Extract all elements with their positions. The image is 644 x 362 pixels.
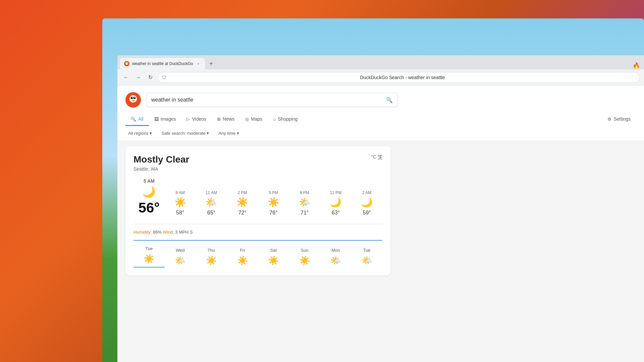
day-item-wed[interactable]: Wed 🌤️ (165, 248, 196, 266)
hour-icon-1: ☀️ (174, 198, 186, 207)
day-icon-2: ☀️ (206, 255, 217, 266)
tab-news[interactable]: ⊞ News (212, 113, 240, 126)
address-bar[interactable]: 🛡 DuckDuckGo Search - weather in seattle (158, 72, 640, 83)
svg-point-5 (127, 63, 127, 63)
day-icon-5: ☀️ (299, 255, 310, 266)
hour-temp-2: 65° (207, 210, 215, 216)
ddg-logo[interactable] (125, 92, 141, 108)
day-item-tue2[interactable]: Tue 🌤️ (351, 248, 382, 266)
new-tab-button[interactable]: + (206, 59, 216, 68)
tab-shopping[interactable]: ⌂ Shopping (268, 113, 303, 126)
tab-news-label: News (223, 116, 234, 122)
hour-icon-7: 🌙 (361, 198, 373, 207)
monitor-bezel: weather in seattle at DuckDuckGo × + 🔥 ←… (102, 18, 644, 362)
tab-bar: weather in seattle at DuckDuckGo × + 🔥 (117, 55, 644, 69)
tab-maps[interactable]: ◎ Maps (240, 113, 268, 126)
news-icon: ⊞ (217, 117, 221, 122)
search-query-text: weather in seattle (151, 97, 383, 103)
tab-videos[interactable]: ▷ Videos (181, 113, 212, 126)
images-icon: 🖼 (154, 117, 159, 122)
day-item-sat[interactable]: Sat ☀️ (258, 248, 289, 266)
weather-location: Seattle, WA (133, 166, 190, 172)
svg-point-10 (132, 97, 133, 98)
weather-condition: Mostly Clear (133, 154, 190, 165)
back-button[interactable]: ← (121, 73, 131, 82)
main-content: Mostly Clear Seattle, WA °C °F 5 AM (117, 141, 644, 362)
browser-toolbar: ← → ↻ 🛡 DuckDuckGo Search - weather in s… (117, 69, 644, 85)
svg-point-8 (131, 97, 133, 99)
hour-temp-7: 59° (363, 210, 371, 216)
time-filter-label: Any time ▾ (218, 131, 239, 136)
weather-details: Humidity: 86% Wind: 3 MPH S (133, 224, 382, 235)
maps-icon: ◎ (245, 117, 249, 122)
all-icon: 🔍 (131, 117, 136, 122)
svg-point-12 (131, 100, 135, 101)
flame-icon: 🔥 (633, 62, 640, 69)
day-icon-1: 🌤️ (175, 255, 185, 266)
search-box[interactable]: weather in seattle 🔍 (146, 93, 398, 107)
hour-icon-5: 🌤️ (299, 198, 311, 207)
day-label-5: Sun (301, 248, 309, 253)
hour-label-6: 11 PM (330, 190, 342, 195)
hour-item-4: 5 PM ☀️ 76° (258, 190, 289, 216)
day-item-tue[interactable]: Tue ☀️ (133, 246, 165, 267)
day-item-fri[interactable]: Fri ☀️ (227, 248, 258, 266)
humidity-label: Humidity: (133, 230, 152, 235)
day-item-mon[interactable]: Mon 🌤️ (320, 248, 352, 266)
hour-temp-5: 71° (301, 210, 309, 216)
unit-fahrenheit[interactable]: °F (378, 154, 382, 160)
tab-images-label: Images (161, 116, 176, 122)
svg-point-11 (135, 97, 136, 98)
day-icon-4: ☀️ (268, 255, 279, 266)
tab-title: weather in seattle at DuckDuckGo (132, 61, 193, 66)
day-item-sun[interactable]: Sun ☀️ (289, 248, 320, 266)
hour-icon-3: ☀️ (236, 198, 248, 207)
hour-icon-6: 🌙 (330, 198, 341, 207)
safe-search-filter[interactable]: Safe search: moderate ▾ (159, 129, 212, 137)
hour-label-4: 5 PM (269, 190, 278, 195)
day-label-1: Wed (176, 248, 185, 253)
tab-settings[interactable]: ⚙ Settings (602, 113, 636, 126)
tab-videos-label: Videos (192, 116, 206, 122)
hour-item-1: 8 AM ☀️ 58° (165, 190, 196, 216)
humidity-value: 86% (153, 230, 162, 235)
hour-icon-0: 🌙 (142, 186, 156, 197)
day-label-7: Tue (363, 248, 371, 253)
videos-icon: ▷ (186, 117, 190, 122)
search-submit-icon[interactable]: 🔍 (386, 97, 393, 103)
hour-item-2: 11 AM 🌤️ 65° (196, 190, 227, 216)
region-filter-label: All regions ▾ (128, 131, 152, 136)
tab-images[interactable]: 🖼 Images (149, 113, 181, 126)
browser-tab[interactable]: weather in seattle at DuckDuckGo × (120, 58, 205, 69)
region-filter[interactable]: All regions ▾ (125, 129, 155, 137)
hour-item-6: 11 PM 🌙 63° (320, 190, 352, 216)
hour-temp-3: 72° (238, 210, 247, 216)
day-icon-0: ☀️ (144, 254, 154, 264)
svg-point-7 (129, 95, 137, 103)
day-label-6: Mon (331, 248, 340, 253)
time-filter[interactable]: Any time ▾ (216, 129, 241, 137)
tab-settings-label: Settings (613, 116, 631, 122)
shopping-icon: ⌂ (273, 117, 276, 122)
hour-temp-0: 56° (139, 200, 160, 216)
wind-label: Wind: (163, 230, 174, 235)
day-icon-3: ☀️ (237, 255, 248, 266)
hour-icon-2: 🌤️ (205, 198, 217, 207)
hour-temp-1: 58° (176, 210, 184, 216)
day-item-thu[interactable]: Thu ☀️ (196, 248, 227, 266)
browser-window: weather in seattle at DuckDuckGo × + 🔥 ←… (117, 55, 644, 362)
tab-close-button[interactable]: × (196, 61, 201, 66)
forward-button[interactable]: → (133, 73, 143, 82)
tab-all-label: All (138, 116, 144, 122)
reload-button[interactable]: ↻ (146, 73, 155, 82)
svg-point-1 (125, 62, 128, 65)
unit-celsius[interactable]: °C (371, 154, 376, 160)
weather-condition-block: Mostly Clear Seattle, WA (133, 154, 190, 172)
search-nav-tabs: 🔍 All 🖼 Images ▷ Videos ⊞ News (125, 113, 636, 126)
day-icon-6: 🌤️ (330, 255, 341, 266)
browser-content: weather in seattle 🔍 🔍 All 🖼 Images (117, 85, 644, 362)
tab-all[interactable]: 🔍 All (125, 113, 149, 126)
weather-header: Mostly Clear Seattle, WA °C °F (133, 154, 382, 172)
temp-unit-toggle[interactable]: °C °F (371, 154, 382, 160)
wind-value: 3 MPH S (175, 230, 193, 235)
